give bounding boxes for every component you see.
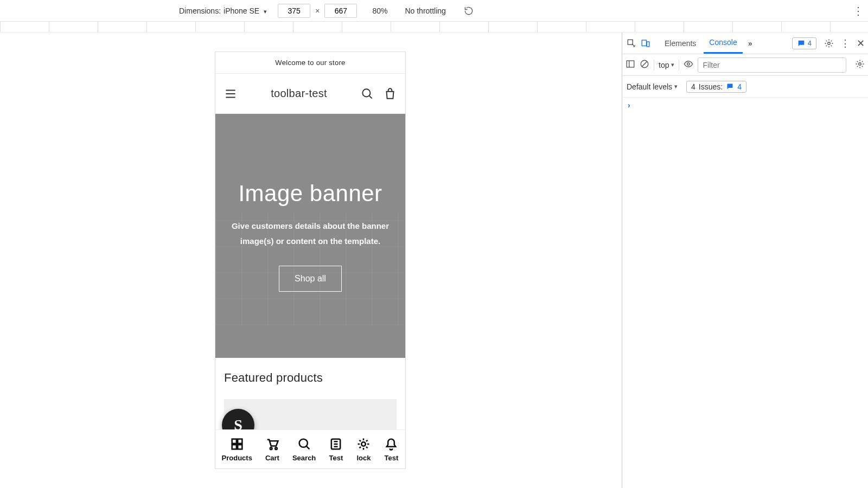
svg-rect-14 xyxy=(627,61,634,67)
toolbar-item-label: Cart xyxy=(265,454,279,462)
bell-icon xyxy=(384,436,399,452)
bag-icon xyxy=(383,87,397,101)
throttling-select[interactable]: No throttling xyxy=(405,7,448,15)
svg-point-16 xyxy=(687,63,690,66)
toolbar-item-label: lock xyxy=(356,454,371,462)
store-title[interactable]: toolbar-test xyxy=(271,87,327,100)
bottom-toolbar: Products Cart Search Test lock xyxy=(215,429,405,468)
inspect-icon xyxy=(627,38,636,48)
device-width-input[interactable] xyxy=(278,4,310,18)
svg-point-5 xyxy=(270,447,272,450)
svg-point-9 xyxy=(362,442,366,446)
rotate-button[interactable] xyxy=(463,5,474,16)
svg-rect-12 xyxy=(647,42,649,47)
svg-point-0 xyxy=(362,89,370,97)
toolbar-item-search[interactable]: Search xyxy=(292,436,316,462)
device-name-select[interactable]: iPhone SE xyxy=(224,7,259,15)
announcement-bar: Welcome to our store xyxy=(215,52,405,74)
toolbar-item-lock[interactable]: lock xyxy=(356,436,371,462)
message-icon xyxy=(726,82,734,91)
toolbar-item-label: Test xyxy=(329,454,343,462)
svg-point-13 xyxy=(828,42,831,44)
issues-label: Issues: xyxy=(699,82,723,91)
banner-subtitle: Give customers details about the banner … xyxy=(225,219,395,249)
device-viewport: Welcome to our store toolbar-test Image … xyxy=(0,33,622,488)
more-options-button[interactable]: ⋮ xyxy=(853,4,864,17)
console-body[interactable]: › xyxy=(622,98,868,488)
menu-button[interactable] xyxy=(223,86,238,101)
svg-rect-11 xyxy=(642,40,646,46)
levels-label: Default levels xyxy=(627,82,672,91)
dimensions-label: Dimensions: xyxy=(179,7,221,15)
inspect-element-button[interactable] xyxy=(626,37,637,49)
svg-point-7 xyxy=(299,439,307,447)
close-devtools-button[interactable]: ✕ xyxy=(857,37,865,49)
svg-rect-1 xyxy=(232,439,236,444)
search-icon xyxy=(297,436,312,452)
dimension-separator: × xyxy=(315,7,320,15)
zoom-select[interactable]: 80% xyxy=(372,7,390,15)
clear-console-button[interactable] xyxy=(640,59,649,70)
cart-button[interactable] xyxy=(382,86,398,101)
svg-point-6 xyxy=(275,447,277,450)
filter-input[interactable] xyxy=(698,57,846,73)
device-icon xyxy=(641,38,650,48)
messages-badge[interactable]: 4 xyxy=(792,37,816,49)
gear-icon xyxy=(855,59,865,69)
issues-button[interactable]: 4 Issues: 4 xyxy=(686,81,746,93)
log-levels-select[interactable]: Default levels xyxy=(627,82,678,91)
mobile-frame: Welcome to our store toolbar-test Image … xyxy=(215,52,406,469)
hamburger-icon xyxy=(224,87,238,101)
toggle-sidebar-button[interactable] xyxy=(626,59,635,70)
zoom-value: 80% xyxy=(372,7,387,15)
device-dimensions-group: Dimensions: iPhone SE × xyxy=(179,4,357,18)
issues-count: 4 xyxy=(737,82,742,91)
toolbar-item-label: Search xyxy=(292,454,316,462)
toolbar-item-label: Test xyxy=(385,454,399,462)
ruler-bar xyxy=(0,22,868,33)
banner-title: Image banner xyxy=(238,181,382,207)
chevron-down-icon[interactable] xyxy=(262,7,267,15)
newspaper-icon xyxy=(328,436,343,452)
issues-count-prefix: 4 xyxy=(691,82,695,91)
rotate-icon xyxy=(463,5,474,16)
context-label: top xyxy=(659,61,669,69)
svg-rect-4 xyxy=(238,445,242,449)
shop-all-button[interactable]: Shop all xyxy=(279,266,342,292)
devtools-panel: Elements Console » 4 ⋮ ✕ xyxy=(622,33,868,488)
search-button[interactable] xyxy=(360,86,375,101)
toolbar-item-products[interactable]: Products xyxy=(222,436,252,462)
console-toolbar: top xyxy=(622,54,868,76)
console-prompt: › xyxy=(628,101,630,110)
console-subtoolbar: Default levels 4 Issues: 4 xyxy=(622,76,868,98)
device-height-input[interactable] xyxy=(324,4,357,18)
tab-console[interactable]: Console xyxy=(704,33,742,54)
grid-icon xyxy=(229,436,245,452)
cart-icon xyxy=(265,436,280,452)
sidebar-icon xyxy=(626,59,635,69)
toolbar-item-label: Products xyxy=(222,454,252,462)
no-entry-icon xyxy=(640,59,649,69)
image-banner: Image banner Give customers details abou… xyxy=(215,114,405,358)
toolbar-item-test-2[interactable]: Test xyxy=(384,436,399,462)
device-toolbar: Dimensions: iPhone SE × 80% No throttlin… xyxy=(0,0,868,22)
toggle-device-button[interactable] xyxy=(640,37,652,49)
more-tabs-button[interactable]: » xyxy=(745,39,756,48)
svg-rect-2 xyxy=(238,439,242,444)
eye-icon xyxy=(684,59,693,69)
message-icon xyxy=(797,39,806,48)
gear-icon xyxy=(356,436,371,452)
live-expression-button[interactable] xyxy=(684,59,693,70)
settings-button[interactable] xyxy=(824,37,834,49)
gear-icon xyxy=(824,38,834,48)
context-selector[interactable]: top xyxy=(659,61,674,69)
toolbar-item-test-1[interactable]: Test xyxy=(328,436,343,462)
toolbar-item-cart[interactable]: Cart xyxy=(265,436,280,462)
search-icon xyxy=(360,87,374,101)
console-settings-button[interactable] xyxy=(855,59,865,70)
store-header: toolbar-test xyxy=(215,74,405,114)
tab-elements[interactable]: Elements xyxy=(659,33,701,54)
svg-rect-3 xyxy=(232,445,236,449)
kebab-menu-button[interactable]: ⋮ xyxy=(840,37,850,49)
devtools-tabs: Elements Console » 4 ⋮ ✕ xyxy=(622,33,868,54)
